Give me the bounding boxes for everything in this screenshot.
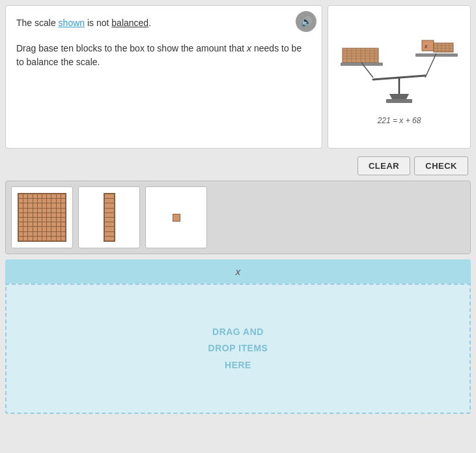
svg-rect-24 xyxy=(415,53,458,57)
buttons-row: CLEAR CHECK xyxy=(0,154,476,181)
balanced-text: balanced xyxy=(111,18,148,28)
main-container: 🔊 The scale shown is not balanced. Drag … xyxy=(0,0,476,419)
clear-button[interactable]: CLEAR xyxy=(357,156,410,175)
ten-block-rod xyxy=(104,193,115,242)
top-section: 🔊 The scale shown is not balanced. Drag … xyxy=(0,0,476,154)
drop-zone-body[interactable]: DRAG ANDDROP ITEMSHERE xyxy=(5,284,471,414)
scale-image: x xyxy=(334,22,464,132)
drop-zone-variable: x xyxy=(236,266,241,277)
svg-rect-29 xyxy=(386,99,412,103)
check-button[interactable]: CHECK xyxy=(414,156,468,175)
drop-zone-header: x xyxy=(5,259,471,284)
scale-panel: x xyxy=(328,5,471,149)
hundred-block-item[interactable] xyxy=(11,186,73,248)
instruction-line1: The scale shown is not balanced. xyxy=(16,16,311,30)
scale-equation: 221 = x + 68 xyxy=(378,116,421,125)
drop-zone-text: DRAG ANDDROP ITEMSHERE xyxy=(208,324,268,373)
hundred-block-grid xyxy=(18,193,66,242)
blocks-tray xyxy=(5,181,471,254)
instruction-panel: 🔊 The scale shown is not balanced. Drag … xyxy=(5,5,322,149)
svg-line-25 xyxy=(425,53,436,78)
one-block-square xyxy=(173,214,180,222)
svg-text:x: x xyxy=(424,43,428,50)
speaker-icon: 🔊 xyxy=(301,16,312,27)
ten-block-item[interactable] xyxy=(78,186,140,248)
instruction-line2: Drag base ten blocks to the box to show … xyxy=(16,42,311,69)
svg-rect-14 xyxy=(422,40,434,51)
speaker-button[interactable]: 🔊 xyxy=(296,11,316,32)
svg-rect-0 xyxy=(343,48,378,63)
one-block-item[interactable] xyxy=(145,186,207,248)
shown-link[interactable]: shown xyxy=(59,18,85,28)
scale-svg: x xyxy=(337,29,461,113)
